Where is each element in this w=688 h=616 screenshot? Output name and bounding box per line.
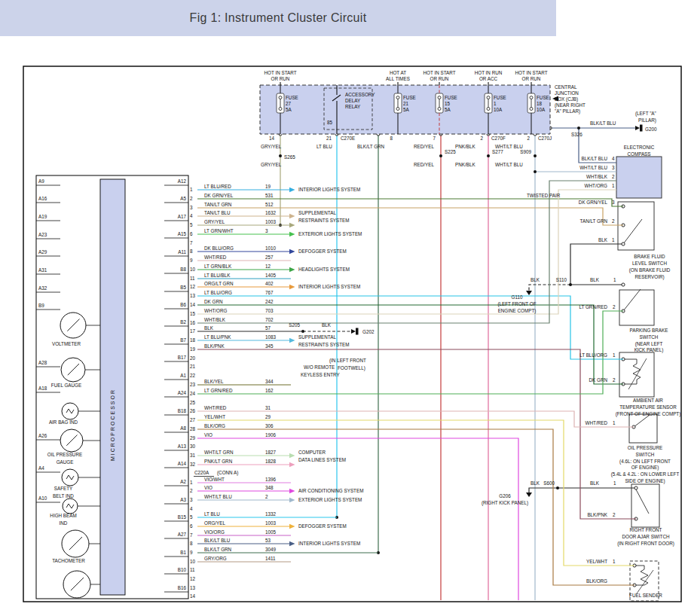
svg-text:GRY/YEL: GRY/YEL xyxy=(204,219,225,224)
svg-text:25: 25 xyxy=(190,400,196,405)
svg-text:SUPPLEMENTAL: SUPPLEMENTAL xyxy=(298,210,336,215)
svg-text:C270F: C270F xyxy=(491,136,506,141)
svg-text:1010: 1010 xyxy=(265,245,277,251)
svg-text:G202: G202 xyxy=(362,329,375,334)
svg-text:W/O REMOTE: W/O REMOTE xyxy=(304,364,335,370)
svg-text:HOT IN RUN: HOT IN RUN xyxy=(475,70,503,75)
svg-text:27: 27 xyxy=(286,101,292,106)
svg-text:C220A: C220A xyxy=(194,470,209,475)
svg-text:WHT/RED: WHT/RED xyxy=(586,420,608,425)
svg-text:A10: A10 xyxy=(38,496,47,501)
svg-text:242: 242 xyxy=(265,299,274,304)
svg-text:A4: A4 xyxy=(38,465,44,471)
svg-text:3049: 3049 xyxy=(265,547,277,552)
svg-text:5A: 5A xyxy=(403,107,410,112)
svg-text:C270J: C270J xyxy=(538,136,552,141)
svg-text:OR RUN: OR RUN xyxy=(271,76,290,81)
svg-text:CENTRAL: CENTRAL xyxy=(555,84,577,90)
svg-text:19: 19 xyxy=(265,184,271,189)
svg-text:13: 13 xyxy=(190,585,196,590)
svg-text:21: 21 xyxy=(403,101,409,106)
svg-text:A23: A23 xyxy=(38,232,47,237)
svg-text:A3: A3 xyxy=(180,497,186,502)
svg-text:10A: 10A xyxy=(494,107,503,112)
svg-text:VIO: VIO xyxy=(204,432,213,438)
svg-text:INTERIOR LIGHTS SYSTEM: INTERIOR LIGHTS SYSTEM xyxy=(298,541,360,546)
svg-text:"A" PILLAR): "A" PILLAR) xyxy=(555,108,580,114)
svg-text:1083: 1083 xyxy=(265,334,277,340)
svg-text:WHT/BLK: WHT/BLK xyxy=(204,317,226,322)
svg-text:1: 1 xyxy=(612,237,615,242)
svg-text:1396: 1396 xyxy=(265,477,277,482)
svg-text:PNK/BLK: PNK/BLK xyxy=(455,162,475,167)
svg-text:10: 10 xyxy=(190,559,196,564)
svg-text:SIDE OF ENGINE): SIDE OF ENGINE) xyxy=(625,478,665,484)
svg-text:BLK: BLK xyxy=(204,325,214,331)
svg-text:2: 2 xyxy=(190,196,193,201)
svg-text:1: 1 xyxy=(613,420,616,425)
svg-text:S909: S909 xyxy=(520,149,531,154)
svg-text:BLK/LT BLU: BLK/LT BLU xyxy=(582,156,608,161)
svg-text:16: 16 xyxy=(190,320,196,325)
svg-text:3: 3 xyxy=(612,165,615,170)
svg-text:31: 31 xyxy=(190,453,196,458)
svg-text:G206: G206 xyxy=(499,493,511,499)
svg-text:TACHOMETER: TACHOMETER xyxy=(52,558,85,563)
svg-text:TAN/LT GRN: TAN/LT GRN xyxy=(204,202,232,207)
svg-text:TAN/LT GRN: TAN/LT GRN xyxy=(580,218,608,224)
svg-text:WHT/LT BLU: WHT/LT BLU xyxy=(495,162,523,167)
svg-text:3: 3 xyxy=(190,497,193,502)
svg-text:A13: A13 xyxy=(178,444,187,449)
svg-text:COMPUTER: COMPUTER xyxy=(298,450,326,455)
svg-text:19: 19 xyxy=(190,346,196,352)
svg-text:2: 2 xyxy=(612,218,615,224)
svg-text:BLK/LT GRN: BLK/LT GRN xyxy=(204,547,232,552)
svg-text:14: 14 xyxy=(190,302,196,307)
svg-text:BLK: BLK xyxy=(590,480,600,486)
svg-text:348: 348 xyxy=(265,485,274,490)
svg-text:1906: 1906 xyxy=(265,432,277,438)
svg-text:27: 27 xyxy=(190,417,196,422)
svg-text:DELAY: DELAY xyxy=(345,98,361,103)
svg-text:BLK/LT BLU: BLK/LT BLU xyxy=(204,538,231,543)
svg-text:ORG/LT GRN: ORG/LT GRN xyxy=(204,281,234,286)
svg-text:2: 2 xyxy=(613,512,616,517)
svg-text:A8: A8 xyxy=(180,425,186,431)
svg-text:1411: 1411 xyxy=(265,556,276,561)
svg-text:LT GRN/RED: LT GRN/RED xyxy=(204,388,233,393)
svg-text:53: 53 xyxy=(265,538,271,543)
svg-text:1003: 1003 xyxy=(265,219,277,224)
svg-text:HOT IN START: HOT IN START xyxy=(423,70,455,75)
svg-text:S225: S225 xyxy=(445,149,456,154)
svg-text:18: 18 xyxy=(537,101,543,106)
svg-text:LT BLU/ORG: LT BLU/ORG xyxy=(579,352,607,358)
svg-text:DK GRN: DK GRN xyxy=(204,299,223,304)
svg-text:162: 162 xyxy=(265,388,274,393)
svg-text:A1: A1 xyxy=(180,373,186,378)
svg-text:SWITCH: SWITCH xyxy=(640,334,659,340)
svg-text:B10: B10 xyxy=(178,567,187,572)
svg-text:LT BLU/ORG: LT BLU/ORG xyxy=(204,290,232,295)
svg-text:B15: B15 xyxy=(178,514,187,520)
svg-text:257: 257 xyxy=(265,255,274,260)
svg-text:TAN/LT BLU: TAN/LT BLU xyxy=(204,210,231,215)
svg-text:KICK PANEL): KICK PANEL) xyxy=(634,347,664,353)
svg-text:(IN LEFT FRONT: (IN LEFT FRONT xyxy=(329,358,366,364)
svg-text:(NEAR RIGHT: (NEAR RIGHT xyxy=(555,102,586,108)
svg-text:23: 23 xyxy=(190,382,196,387)
svg-text:(RIGHT KICK PANEL): (RIGHT KICK PANEL) xyxy=(482,500,528,506)
svg-text:B6: B6 xyxy=(180,302,186,307)
svg-text:GAUGE: GAUGE xyxy=(57,459,74,465)
svg-text:S277: S277 xyxy=(492,149,503,154)
svg-text:WHT/RED: WHT/RED xyxy=(204,405,227,410)
svg-text:A27: A27 xyxy=(178,532,187,537)
svg-text:12: 12 xyxy=(190,284,196,289)
svg-text:14: 14 xyxy=(190,593,196,599)
svg-text:B7: B7 xyxy=(180,337,186,343)
svg-text:S265: S265 xyxy=(284,154,295,160)
svg-text:OF ENGINE): OF ENGINE) xyxy=(631,465,659,471)
svg-text:BLK/PNK: BLK/PNK xyxy=(587,512,607,517)
svg-text:FUSE: FUSE xyxy=(494,95,506,100)
svg-text:3: 3 xyxy=(265,228,268,233)
svg-text:11: 11 xyxy=(190,567,195,572)
